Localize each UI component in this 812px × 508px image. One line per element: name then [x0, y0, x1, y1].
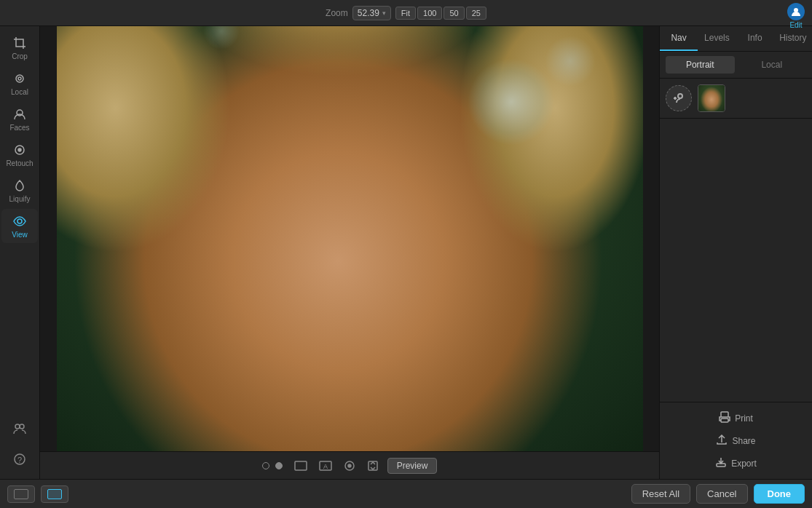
active-dot [275, 462, 283, 469]
tool-faces[interactable]: Faces [1, 102, 38, 136]
history-dot [262, 462, 269, 469]
crop-label: Crop [12, 52, 28, 60]
view-icon [12, 213, 28, 229]
photo-canvas [57, 26, 643, 451]
right-panel-content [660, 119, 812, 402]
export-icon [715, 456, 727, 470]
cancel-button[interactable]: Cancel [696, 484, 747, 504]
subtab-local[interactable]: Local [738, 56, 807, 74]
print-icon [719, 411, 730, 425]
zoom-presets: Fit 100 50 25 [395, 7, 486, 20]
tab-nav[interactable]: Nav [660, 26, 698, 51]
bokeh-circle-1 [468, 58, 555, 146]
help-button[interactable]: ? [1, 447, 38, 472]
face-thumbnail-image-1 [698, 85, 725, 111]
left-sidebar: Crop Local Faces [0, 26, 40, 479]
compare-view-icon [47, 489, 62, 499]
bokeh-circle-2 [545, 36, 596, 87]
preview-button[interactable]: Preview [387, 458, 438, 474]
right-subtabs: Portrait Local [660, 52, 812, 79]
people-button[interactable] [1, 416, 38, 441]
right-sidebar: Nav Levels Info History Portrait Local [659, 26, 812, 479]
reset-all-button[interactable]: Reset All [631, 484, 690, 504]
zoom-50-button[interactable]: 50 [444, 7, 464, 20]
zoom-value-selector[interactable]: 52.39 ▾ [352, 6, 391, 20]
footer-right: Reset All Cancel Done [631, 484, 805, 504]
zoom-label: Zoom [326, 8, 348, 18]
svg-point-1 [16, 75, 23, 82]
share-action[interactable]: Share [666, 431, 806, 451]
svg-point-17 [678, 94, 682, 98]
face-thumbnails [660, 79, 812, 119]
canvas-image[interactable] [40, 26, 659, 451]
tab-history[interactable]: History [774, 26, 812, 51]
svg-point-15 [348, 464, 351, 467]
view-label: View [12, 231, 28, 239]
svg-point-5 [18, 148, 21, 151]
retouch-label: Retouch [6, 159, 33, 167]
zoom-100-button[interactable]: 100 [417, 7, 442, 20]
topbar: Zoom 52.39 ▾ Fit 100 50 25 Edit [0, 0, 812, 26]
svg-point-2 [18, 77, 21, 80]
tool-local[interactable]: Local [1, 66, 38, 100]
svg-point-6 [17, 219, 22, 223]
bottom-left-tools [262, 462, 283, 469]
faces-label: Faces [9, 124, 29, 132]
faces-icon [12, 106, 28, 122]
bottom-center-tools: A Preview [291, 457, 438, 475]
help-icon: ? [12, 451, 28, 467]
share-label: Share [732, 436, 755, 446]
tool-crop[interactable]: Crop [1, 31, 38, 65]
add-face-button[interactable] [666, 85, 692, 111]
svg-text:?: ? [17, 456, 22, 464]
mask-button[interactable] [341, 457, 358, 475]
print-label: Print [735, 413, 753, 424]
local-label: Local [11, 88, 28, 96]
svg-point-8 [20, 424, 24, 429]
tab-info[interactable]: Info [736, 26, 774, 51]
retouch-icon [12, 142, 28, 158]
crop-icon [12, 35, 28, 51]
svg-text:A: A [323, 463, 328, 470]
export-action[interactable]: Export [666, 453, 806, 473]
local-icon [12, 71, 28, 87]
tool-liquify[interactable]: Liquify [1, 173, 38, 207]
subtab-portrait[interactable]: Portrait [666, 56, 735, 74]
tool-retouch[interactable]: Retouch [1, 138, 38, 172]
frame-tool-button[interactable] [291, 458, 310, 474]
zoom-chevron: ▾ [382, 9, 386, 17]
footer-left [7, 485, 68, 503]
svg-rect-11 [295, 461, 307, 470]
liquify-label: Liquify [9, 195, 31, 203]
text-overlay-button[interactable]: A [316, 458, 335, 474]
zoom-fit-button[interactable]: Fit [395, 7, 416, 20]
zoom-area: Zoom 52.39 ▾ Fit 100 50 25 [326, 6, 486, 20]
svg-rect-20 [721, 412, 728, 417]
right-tabs: Nav Levels Info History [660, 26, 812, 52]
canvas-area: A Preview [40, 26, 659, 479]
transform-button[interactable] [364, 457, 382, 475]
single-view-icon [14, 489, 28, 499]
right-bottom-actions: Print Share Export [660, 402, 812, 479]
view-toggle-single[interactable] [7, 485, 35, 503]
done-button[interactable]: Done [754, 484, 805, 504]
people-icon [12, 421, 28, 437]
user-avatar [787, 3, 805, 20]
left-sidebar-bottom: ? [1, 416, 38, 479]
print-action[interactable]: Print [666, 408, 806, 428]
main-area: Crop Local Faces [0, 26, 812, 479]
user-profile-button[interactable]: Edit [787, 3, 805, 29]
bottom-toolbar: A Preview [40, 451, 659, 479]
svg-point-7 [15, 424, 20, 429]
share-icon [716, 434, 728, 448]
face-thumbnail-1[interactable] [698, 84, 725, 112]
tool-view[interactable]: View [1, 209, 38, 243]
user-label: Edit [789, 21, 802, 29]
zoom-number: 52.39 [358, 8, 379, 18]
tab-levels[interactable]: Levels [698, 26, 736, 51]
export-label: Export [731, 459, 757, 469]
view-toggle-compare[interactable] [41, 485, 68, 503]
liquify-icon [12, 178, 28, 194]
footer: Reset All Cancel Done [0, 479, 812, 508]
zoom-25-button[interactable]: 25 [466, 7, 486, 20]
